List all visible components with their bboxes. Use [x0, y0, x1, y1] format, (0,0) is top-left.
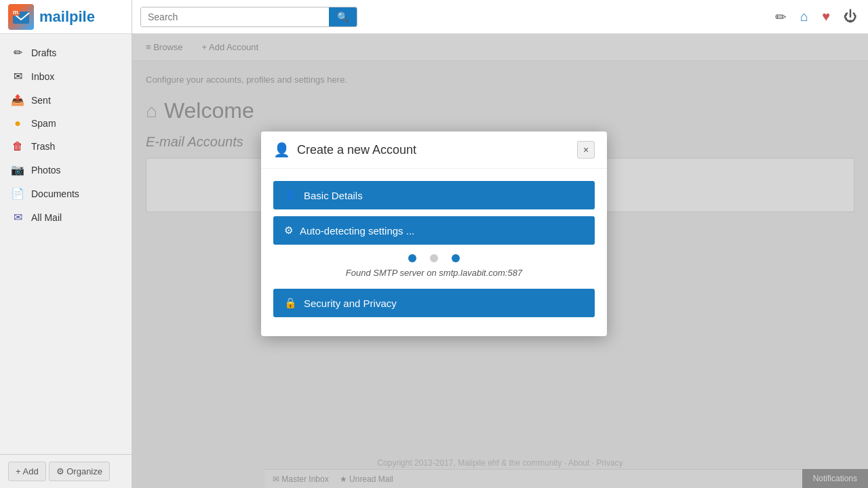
- auto-detecting-label: Auto-detecting settings ...: [300, 224, 414, 236]
- auto-detecting-button[interactable]: ⚙ Auto-detecting settings ...: [273, 216, 595, 245]
- search-button[interactable]: 🔍: [329, 7, 357, 26]
- modal-body: 👤 Basic Details ⚙ Auto-detecting setting…: [261, 169, 607, 336]
- security-icon: 🔒: [284, 297, 297, 309]
- sidebar-item-all-mail[interactable]: ✉ All Mail: [0, 205, 132, 229]
- sidebar-nav: ✏ Drafts ✉ Inbox 📤 Sent ● Spam 🗑 Trash 📷…: [0, 34, 132, 236]
- sidebar-item-sent[interactable]: 📤 Sent: [0, 88, 132, 112]
- modal-header: 👤 Create a new Account ×: [261, 131, 607, 169]
- all-mail-icon: ✉: [11, 211, 24, 224]
- topbar: 🔍 ✏ ⌂ ♥ ⏻: [132, 0, 868, 34]
- dot-2: [430, 254, 438, 262]
- add-label: + Add: [16, 466, 39, 476]
- search-input[interactable]: [141, 7, 329, 26]
- modal-title-area: 👤 Create a new Account: [273, 142, 416, 158]
- spam-icon: ●: [11, 117, 24, 129]
- organize-button[interactable]: ⚙ Organize: [49, 462, 110, 481]
- basic-details-icon: 👤: [284, 189, 297, 201]
- sidebar-label-documents: Documents: [31, 188, 79, 199]
- security-privacy-button[interactable]: 🔒 Security and Privacy: [273, 289, 595, 317]
- sent-icon: 📤: [11, 94, 24, 106]
- dot-1: [408, 254, 416, 262]
- favorites-icon[interactable]: ♥: [819, 6, 833, 28]
- modal-close-button[interactable]: ×: [577, 141, 595, 159]
- trash-icon: 🗑: [11, 140, 24, 152]
- organize-label: ⚙ Organize: [56, 466, 102, 476]
- sidebar: m mailpile ✏ Drafts ✉ Inbox 📤 Sent ● Spa…: [0, 0, 132, 488]
- create-account-modal: 👤 Create a new Account × 👤 Basic Details…: [261, 131, 607, 336]
- close-icon: ×: [583, 144, 589, 155]
- progress-dots: [273, 254, 595, 262]
- svg-text:m: m: [13, 9, 18, 16]
- sidebar-label-trash: Trash: [31, 141, 55, 152]
- sidebar-label-all-mail: All Mail: [31, 212, 62, 223]
- add-button[interactable]: + Add: [8, 462, 46, 481]
- sidebar-item-photos[interactable]: 📷 Photos: [0, 158, 132, 182]
- photos-icon: 📷: [11, 163, 24, 176]
- power-icon[interactable]: ⏻: [841, 6, 860, 28]
- sidebar-label-photos: Photos: [31, 165, 61, 176]
- sidebar-bottom: + Add ⚙ Organize: [0, 454, 132, 488]
- home-icon[interactable]: ⌂: [797, 6, 811, 28]
- sidebar-item-trash[interactable]: 🗑 Trash: [0, 135, 132, 158]
- sidebar-item-documents[interactable]: 📄 Documents: [0, 182, 132, 205]
- modal-title: Create a new Account: [297, 142, 416, 157]
- status-text: Found SMTP server on smtp.lavabit.com:58…: [273, 268, 595, 278]
- sidebar-item-drafts[interactable]: ✏ Drafts: [0, 41, 132, 64]
- app-logo-icon: m: [8, 4, 34, 30]
- basic-details-label: Basic Details: [304, 189, 363, 201]
- sidebar-label-inbox: Inbox: [31, 71, 54, 82]
- sidebar-item-inbox[interactable]: ✉ Inbox: [0, 64, 132, 88]
- compose-icon[interactable]: ✏: [772, 6, 789, 28]
- search-wrap: 🔍: [140, 7, 357, 27]
- basic-details-button[interactable]: 👤 Basic Details: [273, 181, 595, 209]
- modal-user-icon: 👤: [273, 142, 290, 158]
- drafts-icon: ✏: [11, 46, 24, 59]
- documents-icon: 📄: [11, 187, 24, 200]
- sidebar-label-sent: Sent: [31, 95, 51, 106]
- topbar-icons: ✏ ⌂ ♥ ⏻: [772, 6, 860, 28]
- sidebar-label-spam: Spam: [31, 118, 56, 129]
- sidebar-label-drafts: Drafts: [31, 47, 56, 58]
- dot-3: [452, 254, 460, 262]
- app-name: mailpile: [39, 8, 95, 26]
- inbox-icon: ✉: [11, 70, 24, 83]
- auto-detecting-icon: ⚙: [284, 224, 293, 237]
- security-label: Security and Privacy: [304, 297, 397, 308]
- sidebar-item-spam[interactable]: ● Spam: [0, 112, 132, 135]
- logo-area: m mailpile: [0, 0, 132, 34]
